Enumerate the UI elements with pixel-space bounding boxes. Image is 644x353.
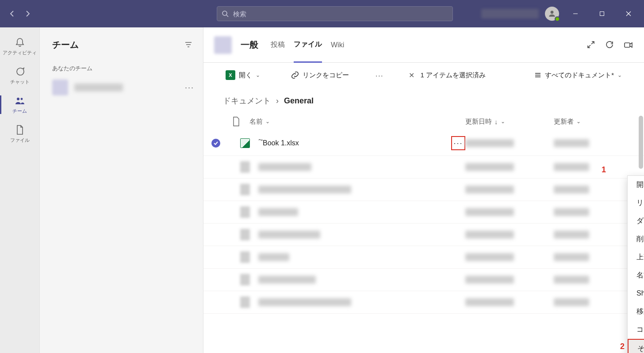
toolbar-view-switch[interactable]: すべてのドキュメント* ⌄ [530,69,626,81]
filetype-header-icon[interactable] [232,117,240,126]
file-row[interactable] [203,246,644,269]
file-row-more-button[interactable]: ··· [451,136,465,150]
file-name[interactable]: Book 1.xlsx [263,139,299,147]
refresh-icon[interactable] [605,40,614,50]
ctx-more[interactable]: その他› [628,339,644,353]
team-row[interactable]: ··· [40,76,203,99]
svg-point-3 [17,98,19,100]
toolbar-selection-label: 1 アイテムを選択済み [421,71,486,80]
filetype-icon-redacted [240,251,250,263]
toolbar-open-label: 開く [239,71,252,80]
search-box[interactable] [217,6,453,21]
toolbar-copylink-label: リンクをコピー [303,71,349,80]
modified-redacted [465,186,514,194]
avatar[interactable] [545,7,559,21]
window-close-button[interactable] [618,7,639,21]
search-input[interactable] [233,10,448,18]
modified-redacted [465,163,514,171]
ctx-download[interactable]: ダウンロード [628,212,644,230]
rail-activity-label: アクティビティ [3,49,37,56]
rail-activity[interactable]: アクティビティ [0,32,40,61]
chevron-down-icon: ⌄ [617,72,622,78]
window-maximize-button[interactable] [592,7,612,21]
col-modified-label[interactable]: 更新日時 [465,118,492,126]
ctx-delete[interactable]: 削除 [628,230,644,248]
ctx-open-label: 開く [636,180,644,190]
modified-redacted [465,139,514,147]
chevron-down-icon: ⌄ [256,72,260,78]
team-name-redacted [74,84,123,91]
nav-forward-icon[interactable] [24,10,31,17]
teams-pane-title: チーム [52,39,79,51]
breadcrumb-root[interactable]: ドキュメント [223,95,271,106]
ctx-pin[interactable]: 上部に固定 [628,248,644,266]
ctx-rename[interactable]: 名前の変更 [628,266,644,285]
tab-posts[interactable]: 投稿 [271,40,285,62]
ctx-sharepoint[interactable]: SharePoint で開く [628,285,644,303]
rail-teams[interactable]: チーム [0,90,40,119]
col-name-label[interactable]: 名前 [249,118,263,126]
toolbar-overflow-button[interactable]: ··· [371,70,388,81]
file-row[interactable] [203,178,644,201]
file-row[interactable] [203,291,644,314]
toolbar-alldocs-label: すべてのドキュメント* [545,71,614,80]
rail-teams-label: チーム [12,108,27,114]
svg-rect-2 [600,12,604,16]
file-row[interactable] [203,224,644,246]
list-icon [534,72,541,79]
modified-redacted [465,208,514,216]
file-row[interactable] [203,156,644,178]
filter-icon[interactable] [184,41,192,49]
files-toolbar: X 開く ⌄ リンクをコピー ··· ✕ 1 アイテムを選択済み すべてのドキュ… [203,63,644,87]
window-minimize-button[interactable] [565,7,586,21]
team-more-icon[interactable]: ··· [185,83,194,92]
modifiedby-redacted [554,208,589,216]
rail-chat[interactable]: チャット [0,61,40,90]
file-row[interactable] [203,201,644,224]
ctx-copylink[interactable]: リンクをコピー [628,194,644,212]
expand-icon[interactable] [586,40,595,50]
ctx-move[interactable]: 移動 [628,303,644,321]
file-name-redacted [258,231,320,239]
modified-redacted [465,298,514,306]
modifiedby-redacted [554,186,589,194]
sort-desc-icon: ↓ [494,118,498,125]
titlebar [0,0,644,27]
your-teams-label: あなたのチーム [40,62,203,76]
file-row[interactable] [203,269,644,291]
ctx-copy[interactable]: コピー [628,321,644,339]
chat-icon [15,66,25,77]
modifiedby-redacted [554,163,589,171]
ctx-move-label: 移動 [636,307,644,316]
team-avatar-redacted [52,80,68,95]
file-name-redacted [258,163,311,171]
modifiedby-redacted [554,139,589,147]
breadcrumb-current: General [284,96,314,106]
toolbar-open-button[interactable]: X 開く ⌄ [221,68,264,82]
file-row-selected[interactable]: ⤳Book 1.xlsx ··· [203,131,644,156]
selected-check-icon[interactable] [211,139,220,148]
file-list-header: 名前⌄ 更新日時↓⌄ 更新者⌄ [203,112,644,131]
ctx-download-label: ダウンロード [636,216,644,226]
tab-wiki[interactable]: Wiki [331,41,344,61]
annotation-1: 1 [602,165,606,175]
ctx-open[interactable]: 開く› [628,176,644,194]
presence-available-icon [555,16,560,22]
svg-point-0 [222,11,227,15]
nav-back-icon[interactable] [9,10,16,17]
bell-icon [15,37,25,48]
svg-rect-5 [625,43,630,47]
col-modifiedby-label[interactable]: 更新者 [554,118,574,126]
excel-icon: X [226,70,235,80]
meet-icon[interactable] [624,40,633,50]
toolbar-copylink-button[interactable]: リンクをコピー [287,69,353,81]
file-name-redacted [258,253,289,261]
channel-avatar-redacted [214,36,232,54]
toolbar-clear-selection[interactable]: ✕ 1 アイテムを選択済み [404,69,491,81]
rail-files[interactable]: ファイル [0,119,40,148]
tab-files[interactable]: ファイル [294,40,322,63]
filetype-icon-redacted [240,296,250,308]
scrollbar[interactable] [639,116,643,169]
annotation-2: 2 [620,342,625,351]
svg-point-4 [20,98,23,100]
